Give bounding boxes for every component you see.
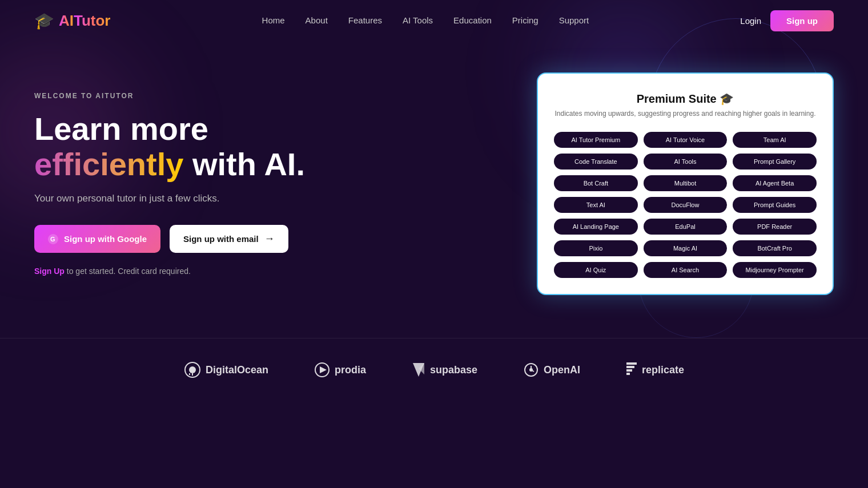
tool-badge: AI Tools [644,154,728,170]
svg-marker-7 [320,366,327,373]
hero-title: Learn more efficiently with AI. [34,111,354,182]
premium-card: Premium Suite 🎓 Indicates moving upwards… [537,72,834,296]
tools-grid: AI Tutor PremiumAI Tutor VoiceTeam AICod… [554,132,817,278]
tool-badge: AI Quiz [554,262,638,278]
graduation-icon: 🎓 [720,92,734,105]
nav-support[interactable]: Support [559,15,589,25]
tool-badge: BotCraft Pro [733,240,817,256]
tool-badge: Magic AI [644,240,728,256]
tool-badge: Bot Craft [554,175,638,191]
supabase-icon [412,362,425,378]
tool-badge: Team AI [733,132,817,148]
svg-rect-13 [626,369,632,372]
hero-cta: G Sign up with Google Sign up with email… [34,225,354,253]
openai-icon [523,362,539,378]
svg-rect-12 [626,366,634,368]
tool-badge: Text AI [554,197,638,213]
hero-subtitle: Your own personal tutor in just a few cl… [34,193,354,204]
premium-subtitle: Indicates moving upwards, suggesting pro… [554,109,817,119]
svg-rect-5 [189,373,190,375]
svg-text:G: G [50,236,55,243]
tool-badge: Midjourney Prompter [733,262,817,278]
signup-link[interactable]: Sign Up [34,267,65,276]
nav-pricing[interactable]: Pricing [512,15,539,25]
digitalocean-icon [184,361,201,378]
tool-badge: Pixio [554,240,638,256]
svg-rect-14 [626,373,630,375]
tool-badge: Code Translate [554,154,638,170]
nav-features[interactable]: Features [348,15,382,25]
partner-supabase: supabase [412,362,477,378]
svg-point-3 [189,366,196,373]
partner-digitalocean: DigitalOcean [184,361,268,378]
signup-email-button[interactable]: Sign up with email → [170,225,288,253]
tool-badge: AI Landing Page [554,219,638,235]
partner-prodia: prodia [314,362,366,378]
logo-icon: 🎓 [34,11,54,30]
hero-section: WELCOME TO AITUTOR Learn more efficientl… [0,41,868,338]
nav-about[interactable]: About [306,15,328,25]
signup-nav-button[interactable]: Sign up [770,10,834,31]
login-button[interactable]: Login [740,16,761,26]
nav-home[interactable]: Home [262,15,285,25]
nav-ai-tools[interactable]: AI Tools [403,15,433,25]
hero-note: Sign Up to get started. Credit card requ… [34,267,354,276]
nav-links: Home About Features AI Tools Education P… [262,15,589,26]
google-icon: G [48,234,58,244]
svg-rect-11 [626,362,637,365]
tool-badge: PDF Reader [733,219,817,235]
tool-badge: Prompt Guides [733,197,817,213]
hero-welcome: WELCOME TO AITUTOR [34,92,354,100]
tool-badge: AI Search [644,262,728,278]
replicate-icon [626,362,637,378]
logo[interactable]: 🎓 AITutor [34,11,111,30]
tool-badge: DocuFlow [644,197,728,213]
logo-text: AITutor [59,12,111,30]
navbar: 🎓 AITutor Home About Features AI Tools E… [0,0,868,41]
tool-badge: Prompt Gallery [733,154,817,170]
tool-badge: Multibot [644,175,728,191]
partners-section: DigitalOcean prodia supabase OpenAI repl… [0,338,868,401]
partner-openai: OpenAI [523,362,580,378]
nav-education[interactable]: Education [453,15,492,25]
svg-rect-4 [192,373,193,376]
hero-content: WELCOME TO AITUTOR Learn more efficientl… [34,92,354,276]
tool-badge: AI Tutor Voice [644,132,728,148]
premium-title: Premium Suite 🎓 [554,92,817,106]
svg-point-10 [529,368,533,372]
nav-actions: Login Sign up [740,10,834,31]
partner-replicate: replicate [626,362,684,378]
tool-badge: AI Agent Beta [733,175,817,191]
arrow-icon: → [264,233,275,245]
prodia-icon [314,362,330,378]
signup-google-button[interactable]: G Sign up with Google [34,225,160,253]
tool-badge: EduPal [644,219,728,235]
tool-badge: AI Tutor Premium [554,132,638,148]
